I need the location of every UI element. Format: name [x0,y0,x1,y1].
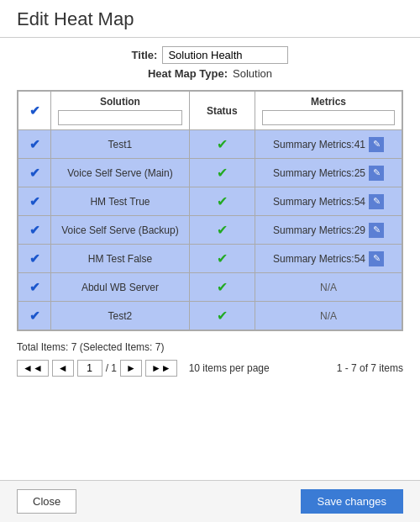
row-solution-cell: Voice Self Serve (Main) [51,159,189,187]
metrics-content: Summary Metrics:41✎ [260,137,396,152]
heat-map-type-row: Heat Map Type: Solution [148,67,272,80]
metrics-label: Summary Metrics:29 [273,224,365,236]
prev-page-button[interactable]: ◄ [52,360,74,377]
page-title: Edit Heat Map [17,8,403,30]
pencil-icon: ✎ [373,139,381,150]
row-metrics-cell: N/A [255,273,402,302]
page-number-input[interactable] [77,360,102,377]
row-check-cell[interactable]: ✔ [18,216,51,245]
metrics-label: Summary Metrics:54 [273,253,365,265]
next-page-button[interactable]: ► [120,360,142,377]
row-status-cell: ✔ [189,273,255,302]
check-icon: ✔ [29,308,40,323]
row-solution-cell: HM Test True [51,187,189,216]
row-check-cell[interactable]: ✔ [18,187,51,216]
check-icon: ✔ [29,166,40,180]
metrics-edit-button[interactable]: ✎ [369,166,384,181]
metrics-edit-button[interactable]: ✎ [369,194,384,209]
row-check-cell[interactable]: ✔ [18,245,51,273]
col-header-solution: Solution [51,92,189,130]
row-status-cell: ✔ [189,245,255,273]
row-status-cell: ✔ [189,130,255,159]
table-row: ✔Test2✔N/A [18,302,402,330]
row-metrics-cell: Summary Metrics:54✎ [255,187,402,216]
page-total: / 1 [106,362,117,374]
row-solution-cell: Test2 [51,302,189,330]
bottom-bar: Close Save changes [0,480,420,522]
solution-search-input[interactable] [58,110,181,125]
table-row: ✔Abdul WB Server✔N/A [18,273,402,302]
total-items-label: Total Items: 7 (Selected Items: 7) [17,341,164,353]
table-row: ✔Test1✔Summary Metrics:41✎ [18,130,402,159]
pencil-icon: ✎ [373,253,381,264]
pagination: ◄◄ ◄ / 1 ► ►► 10 items per page 1 - 7 of… [0,356,420,383]
last-page-button[interactable]: ►► [145,360,177,377]
status-ok-icon: ✔ [217,308,228,323]
first-page-button[interactable]: ◄◄ [17,360,49,377]
check-icon: ✔ [29,223,40,237]
check-icon: ✔ [29,194,40,208]
items-range: 1 - 7 of 7 items [337,362,403,374]
row-metrics-cell: N/A [255,302,402,330]
metrics-edit-button[interactable]: ✎ [369,137,384,152]
close-button[interactable]: Close [17,489,76,514]
row-solution-cell: Voice Self Serve (Backup) [51,216,189,245]
metrics-content: Summary Metrics:54✎ [260,194,396,209]
status-ok-icon: ✔ [217,137,228,151]
row-metrics-cell: Summary Metrics:41✎ [255,130,402,159]
title-input[interactable] [162,46,288,64]
metrics-edit-button[interactable]: ✎ [369,223,384,238]
row-check-cell[interactable]: ✔ [18,130,51,159]
table-row: ✔Voice Self Serve (Backup)✔Summary Metri… [18,216,402,245]
title-label: Title: [132,49,158,61]
status-ok-icon: ✔ [217,223,228,237]
page-header: Edit Heat Map [0,0,420,38]
title-row: Title: [132,46,289,64]
heat-map-type-value: Solution [233,67,272,80]
status-ok-icon: ✔ [217,251,228,266]
save-button[interactable]: Save changes [301,489,403,514]
row-metrics-cell: Summary Metrics:54✎ [255,245,402,273]
row-status-cell: ✔ [189,216,255,245]
status-ok-icon: ✔ [217,166,228,180]
metrics-content: Summary Metrics:54✎ [260,251,396,266]
col-header-status: Status [189,92,255,130]
table-row: ✔HM Test False✔Summary Metrics:54✎ [18,245,402,273]
pencil-icon: ✎ [373,224,381,235]
row-solution-cell: Abdul WB Server [51,273,189,302]
check-icon: ✔ [29,280,40,294]
row-solution-cell: HM Test False [51,245,189,273]
footer-info: Total Items: 7 (Selected Items: 7) [0,336,420,356]
metrics-edit-button[interactable]: ✎ [369,251,384,266]
table-row: ✔HM Test True✔Summary Metrics:54✎ [18,187,402,216]
status-ok-icon: ✔ [217,280,228,294]
page-container: Edit Heat Map Title: Heat Map Type: Solu… [0,0,420,522]
select-all-icon[interactable]: ✔ [29,103,40,118]
check-icon: ✔ [29,251,40,266]
table-row: ✔Voice Self Serve (Main)✔Summary Metrics… [18,159,402,187]
col-header-metrics: Metrics [255,92,402,130]
pencil-icon: ✎ [373,167,381,178]
data-table-container: ✔ Solution Status Metrics ✔Test1 [17,90,403,331]
heat-map-type-label: Heat Map Type: [148,67,228,80]
metrics-content: Summary Metrics:29✎ [260,223,396,238]
pencil-icon: ✎ [373,196,381,207]
row-check-cell[interactable]: ✔ [18,159,51,187]
metrics-label: Summary Metrics:25 [273,167,365,179]
row-status-cell: ✔ [189,159,255,187]
col-header-check: ✔ [18,92,51,130]
metrics-na: N/A [320,282,337,293]
metrics-label: Summary Metrics:41 [273,139,365,150]
metrics-content: Summary Metrics:25✎ [260,166,396,181]
row-check-cell[interactable]: ✔ [18,273,51,302]
row-check-cell[interactable]: ✔ [18,302,51,330]
row-solution-cell: Test1 [51,130,189,159]
row-status-cell: ✔ [189,187,255,216]
data-table: ✔ Solution Status Metrics ✔Test1 [18,91,402,330]
form-section: Title: Heat Map Type: Solution [0,38,420,85]
row-metrics-cell: Summary Metrics:29✎ [255,216,402,245]
per-page-label: 10 items per page [189,362,270,374]
metrics-search-input[interactable] [262,110,395,125]
row-status-cell: ✔ [189,302,255,330]
metrics-na: N/A [320,310,337,322]
